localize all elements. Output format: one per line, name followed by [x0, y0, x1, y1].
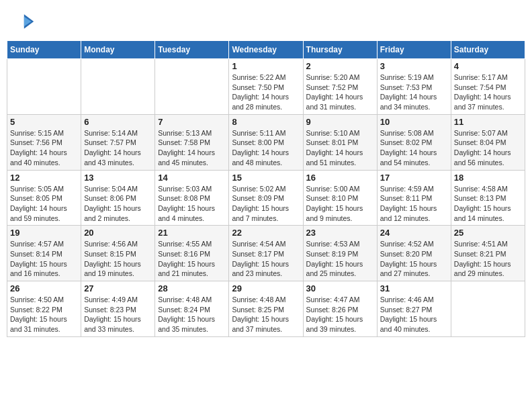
day-detail: Sunrise: 5:22 AMSunset: 7:50 PMDaylight:… — [232, 73, 300, 112]
calendar-cell: 28Sunrise: 4:48 AMSunset: 8:24 PMDayligh… — [155, 281, 229, 337]
calendar-header-row: SundayMondayTuesdayWednesdayThursdayFrid… — [7, 41, 525, 59]
calendar-cell: 2Sunrise: 5:20 AMSunset: 7:52 PMDaylight… — [303, 59, 377, 115]
day-detail: Sunrise: 5:11 AMSunset: 8:00 PMDaylight:… — [232, 128, 300, 168]
day-number: 1 — [232, 61, 300, 71]
weekday-header: Sunday — [7, 41, 81, 59]
calendar-cell: 10Sunrise: 5:08 AMSunset: 8:02 PMDayligh… — [377, 114, 451, 170]
calendar-cell: 6Sunrise: 5:14 AMSunset: 7:57 PMDaylight… — [81, 114, 155, 170]
day-detail: Sunrise: 4:48 AMSunset: 8:24 PMDaylight:… — [158, 295, 226, 334]
day-detail: Sunrise: 5:14 AMSunset: 7:57 PMDaylight:… — [84, 128, 152, 168]
day-detail: Sunrise: 5:17 AMSunset: 7:54 PMDaylight:… — [454, 73, 522, 112]
calendar-cell: 19Sunrise: 4:57 AMSunset: 8:14 PMDayligh… — [7, 226, 81, 281]
day-number: 24 — [380, 228, 448, 238]
day-number: 15 — [232, 173, 300, 183]
day-number: 16 — [306, 173, 374, 183]
weekday-header: Thursday — [303, 41, 377, 59]
calendar-week-row: 19Sunrise: 4:57 AMSunset: 8:14 PMDayligh… — [7, 226, 525, 281]
day-detail: Sunrise: 5:13 AMSunset: 7:58 PMDaylight:… — [158, 128, 226, 168]
calendar-cell: 9Sunrise: 5:10 AMSunset: 8:01 PMDaylight… — [303, 114, 377, 170]
day-number: 4 — [454, 61, 522, 71]
day-number: 11 — [454, 117, 522, 127]
day-number: 14 — [158, 173, 226, 183]
calendar-cell: 5Sunrise: 5:15 AMSunset: 7:56 PMDaylight… — [7, 114, 81, 170]
calendar-cell: 15Sunrise: 5:02 AMSunset: 8:09 PMDayligh… — [229, 170, 303, 226]
day-number: 22 — [232, 228, 300, 238]
calendar-cell: 4Sunrise: 5:17 AMSunset: 7:54 PMDaylight… — [451, 59, 525, 115]
day-detail: Sunrise: 4:56 AMSunset: 8:15 PMDaylight:… — [84, 239, 152, 279]
day-detail: Sunrise: 4:54 AMSunset: 8:17 PMDaylight:… — [232, 239, 300, 279]
day-number: 7 — [158, 117, 226, 127]
calendar-cell — [451, 281, 525, 337]
logo — [11, 9, 38, 34]
calendar-cell: 30Sunrise: 4:47 AMSunset: 8:26 PMDayligh… — [303, 281, 377, 337]
logo-icon — [11, 9, 35, 34]
day-number: 28 — [158, 283, 226, 293]
calendar-cell: 23Sunrise: 4:53 AMSunset: 8:19 PMDayligh… — [303, 226, 377, 281]
day-number: 30 — [306, 283, 374, 293]
day-detail: Sunrise: 5:08 AMSunset: 8:02 PMDaylight:… — [380, 128, 448, 168]
weekday-header: Tuesday — [155, 41, 229, 59]
calendar-table: SundayMondayTuesdayWednesdayThursdayFrid… — [7, 40, 525, 337]
calendar-cell: 29Sunrise: 4:48 AMSunset: 8:25 PMDayligh… — [229, 281, 303, 337]
day-detail: Sunrise: 4:57 AMSunset: 8:14 PMDaylight:… — [10, 239, 78, 279]
day-detail: Sunrise: 4:51 AMSunset: 8:21 PMDaylight:… — [454, 239, 522, 279]
day-detail: Sunrise: 4:48 AMSunset: 8:25 PMDaylight:… — [232, 295, 300, 334]
calendar-cell: 11Sunrise: 5:07 AMSunset: 8:04 PMDayligh… — [451, 114, 525, 170]
calendar-cell — [7, 59, 81, 115]
day-detail: Sunrise: 5:20 AMSunset: 7:52 PMDaylight:… — [306, 73, 374, 112]
calendar-cell: 21Sunrise: 4:55 AMSunset: 8:16 PMDayligh… — [155, 226, 229, 281]
day-detail: Sunrise: 5:19 AMSunset: 7:53 PMDaylight:… — [380, 73, 448, 112]
day-detail: Sunrise: 4:46 AMSunset: 8:27 PMDaylight:… — [380, 295, 448, 334]
day-number: 2 — [306, 61, 374, 71]
calendar-cell — [81, 59, 155, 115]
day-detail: Sunrise: 5:03 AMSunset: 8:08 PMDaylight:… — [158, 184, 226, 224]
calendar-cell: 24Sunrise: 4:52 AMSunset: 8:20 PMDayligh… — [377, 226, 451, 281]
calendar-cell: 13Sunrise: 5:04 AMSunset: 8:06 PMDayligh… — [81, 170, 155, 226]
calendar-week-row: 12Sunrise: 5:05 AMSunset: 8:05 PMDayligh… — [7, 170, 525, 226]
day-number: 3 — [380, 61, 448, 71]
day-detail: Sunrise: 5:04 AMSunset: 8:06 PMDaylight:… — [84, 184, 152, 224]
day-number: 9 — [306, 117, 374, 127]
weekday-header: Wednesday — [229, 41, 303, 59]
day-number: 31 — [380, 283, 448, 293]
calendar-cell: 3Sunrise: 5:19 AMSunset: 7:53 PMDaylight… — [377, 59, 451, 115]
day-detail: Sunrise: 4:52 AMSunset: 8:20 PMDaylight:… — [380, 239, 448, 279]
day-detail: Sunrise: 5:10 AMSunset: 8:01 PMDaylight:… — [306, 128, 374, 168]
calendar-cell: 27Sunrise: 4:49 AMSunset: 8:23 PMDayligh… — [81, 281, 155, 337]
weekday-header: Saturday — [451, 41, 525, 59]
day-number: 29 — [232, 283, 300, 293]
weekday-header: Friday — [377, 41, 451, 59]
day-number: 19 — [10, 228, 78, 238]
calendar-cell: 1Sunrise: 5:22 AMSunset: 7:50 PMDaylight… — [229, 59, 303, 115]
day-number: 26 — [10, 283, 78, 293]
day-number: 10 — [380, 117, 448, 127]
day-detail: Sunrise: 4:55 AMSunset: 8:16 PMDaylight:… — [158, 239, 226, 279]
day-number: 20 — [84, 228, 152, 238]
calendar-cell: 25Sunrise: 4:51 AMSunset: 8:21 PMDayligh… — [451, 226, 525, 281]
day-detail: Sunrise: 4:50 AMSunset: 8:22 PMDaylight:… — [10, 295, 78, 334]
day-number: 8 — [232, 117, 300, 127]
day-detail: Sunrise: 5:15 AMSunset: 7:56 PMDaylight:… — [10, 128, 78, 168]
day-detail: Sunrise: 4:58 AMSunset: 8:13 PMDaylight:… — [454, 184, 522, 224]
calendar-week-row: 5Sunrise: 5:15 AMSunset: 7:56 PMDaylight… — [7, 114, 525, 170]
day-detail: Sunrise: 5:05 AMSunset: 8:05 PMDaylight:… — [10, 184, 78, 224]
day-number: 13 — [84, 173, 152, 183]
day-number: 6 — [84, 117, 152, 127]
day-number: 25 — [454, 228, 522, 238]
calendar-cell: 31Sunrise: 4:46 AMSunset: 8:27 PMDayligh… — [377, 281, 451, 337]
calendar-week-row: 26Sunrise: 4:50 AMSunset: 8:22 PMDayligh… — [7, 281, 525, 337]
weekday-header: Monday — [81, 41, 155, 59]
calendar-cell: 12Sunrise: 5:05 AMSunset: 8:05 PMDayligh… — [7, 170, 81, 226]
day-number: 5 — [10, 117, 78, 127]
calendar-cell: 7Sunrise: 5:13 AMSunset: 7:58 PMDaylight… — [155, 114, 229, 170]
day-detail: Sunrise: 4:49 AMSunset: 8:23 PMDaylight:… — [84, 295, 152, 334]
day-number: 27 — [84, 283, 152, 293]
calendar-week-row: 1Sunrise: 5:22 AMSunset: 7:50 PMDaylight… — [7, 59, 525, 115]
calendar-body: 1Sunrise: 5:22 AMSunset: 7:50 PMDaylight… — [7, 59, 525, 337]
page-header — [7, 7, 525, 36]
day-number: 17 — [380, 173, 448, 183]
day-number: 23 — [306, 228, 374, 238]
calendar-cell — [155, 59, 229, 115]
day-detail: Sunrise: 4:47 AMSunset: 8:26 PMDaylight:… — [306, 295, 374, 334]
calendar-cell: 18Sunrise: 4:58 AMSunset: 8:13 PMDayligh… — [451, 170, 525, 226]
